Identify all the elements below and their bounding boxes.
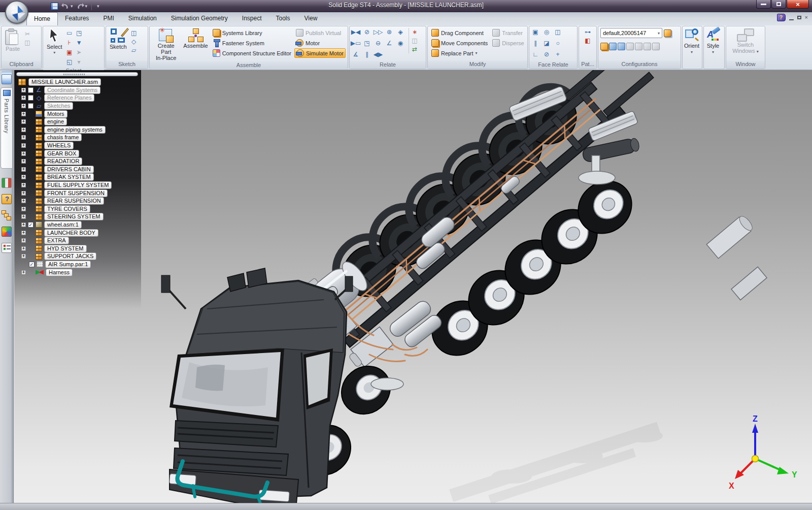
- tree-item-label[interactable]: READATIOR: [44, 157, 82, 165]
- tab-pmi[interactable]: PMI: [96, 12, 121, 25]
- select-box-icon[interactable]: ◳: [75, 29, 83, 37]
- key-icon[interactable]: [644, 43, 651, 50]
- tree-item-label[interactable]: FUEL SUPPLY SYSTEM: [44, 181, 112, 189]
- capture-fit-icon[interactable]: ◫: [411, 37, 419, 45]
- select-dropdown-icon[interactable]: ▾: [75, 58, 83, 66]
- expand-icon[interactable]: +: [21, 175, 26, 179]
- drag-component-button[interactable]: Drag Component: [430, 28, 489, 38]
- tree-item-label[interactable]: Coordinate Systems: [44, 86, 100, 94]
- systems-library-button[interactable]: Systems Library: [211, 28, 293, 38]
- center-plane-icon[interactable]: ◈: [396, 28, 404, 36]
- tab-simulation-geometry[interactable]: Simulation Geometry: [164, 12, 235, 25]
- visibility-checkbox-unchecked[interactable]: [28, 95, 33, 101]
- style-button[interactable]: A Style ▾: [704, 26, 722, 67]
- expand-icon[interactable]: +: [21, 119, 26, 124]
- expand-icon[interactable]: +: [21, 128, 26, 132]
- select-pin-icon[interactable]: ⊦: [65, 39, 74, 47]
- tree-item-label[interactable]: FRONT SUSPENSION: [44, 189, 108, 197]
- coincident-face-icon[interactable]: ▣: [531, 28, 539, 36]
- expand-icon[interactable]: +: [21, 112, 26, 116]
- coplanar-axis-icon[interactable]: +: [554, 50, 562, 58]
- select-options-icon[interactable]: ◱: [65, 58, 74, 66]
- rigid-icon[interactable]: ◀▶: [374, 50, 382, 58]
- doc-minimize-icon[interactable]: [789, 15, 794, 20]
- edit-config-icon[interactable]: [618, 43, 625, 50]
- expand-icon[interactable]: +: [21, 104, 26, 108]
- tree-item-label[interactable]: Motors: [44, 110, 67, 118]
- configuration-select[interactable]: default,20005147▾: [600, 28, 662, 38]
- selection-list-icon[interactable]: [2, 243, 12, 253]
- symmetric-face-icon[interactable]: ◫: [554, 28, 562, 36]
- expand-icon[interactable]: +: [21, 167, 26, 172]
- tree-item-label[interactable]: DRIVERS CABIN: [44, 166, 94, 173]
- redo-icon[interactable]: ▾: [76, 3, 88, 10]
- expand-icon[interactable]: +: [21, 191, 26, 196]
- assemble-button[interactable]: Assemble: [182, 28, 209, 49]
- relationship-manager-icon[interactable]: ⇄: [411, 45, 419, 53]
- disperse-button[interactable]: Disperse: [491, 38, 525, 48]
- pathfinder-scrollbar[interactable]: [16, 72, 138, 76]
- minimize-button[interactable]: [756, 0, 771, 9]
- tree-item-label[interactable]: SUPPORT JACKS: [44, 252, 96, 260]
- planar-align-icon[interactable]: ⊘: [363, 28, 371, 36]
- tab-features[interactable]: Features: [58, 12, 96, 25]
- expand-icon[interactable]: +: [21, 214, 26, 219]
- match-coordinate-icon[interactable]: ∠: [385, 39, 393, 47]
- sketch-edit-icon[interactable]: ▱: [130, 46, 138, 54]
- equal-radius-icon[interactable]: ○: [554, 39, 562, 47]
- visibility-checkbox-checked[interactable]: ✓: [29, 262, 35, 267]
- select-locate-icon[interactable]: ➤: [75, 48, 83, 56]
- mate-icon[interactable]: ▶◀: [352, 28, 360, 36]
- expand-icon[interactable]: +: [21, 207, 26, 211]
- tree-item-label[interactable]: AIR Sump.par:1: [45, 261, 91, 268]
- tree-item-label[interactable]: STEERING SYSTEM: [44, 213, 104, 220]
- connect-icon[interactable]: ▶▭: [352, 39, 360, 47]
- tree-item-label[interactable]: HYD SYSTEM: [44, 245, 87, 252]
- expand-icon[interactable]: +: [21, 246, 26, 251]
- copy-icon[interactable]: ◫: [23, 39, 31, 47]
- expand-icon[interactable]: +: [21, 95, 26, 100]
- select-frame-icon[interactable]: ▭: [65, 29, 74, 37]
- tangent-icon[interactable]: ⊖: [374, 39, 382, 47]
- simulate-motor-button[interactable]: Simulate Motor: [294, 48, 346, 58]
- tree-item-label[interactable]: TYRE COVERS: [44, 205, 90, 213]
- motor-button[interactable]: Motor: [294, 38, 346, 48]
- insert-icon[interactable]: ◳: [363, 39, 371, 47]
- sketch-plane-icon[interactable]: ◫: [130, 29, 138, 37]
- paste-button[interactable]: Paste: [4, 28, 22, 52]
- application-orb-button[interactable]: [5, 1, 28, 24]
- publish-virtual-button[interactable]: Publish Virtual: [294, 28, 346, 38]
- save-configuration-icon[interactable]: [664, 29, 671, 37]
- pathfinder-root-label[interactable]: MISSILE LAUNCHER.asm: [28, 78, 101, 86]
- close-button[interactable]: ×: [787, 0, 809, 9]
- orient-button[interactable]: Orient ▾: [683, 26, 701, 67]
- help-folder-icon[interactable]: [2, 194, 12, 204]
- cut-icon[interactable]: ✂: [23, 30, 31, 38]
- pathfinder-layers-icon[interactable]: [2, 74, 12, 84]
- expand-icon[interactable]: +: [21, 151, 26, 156]
- create-part-in-place-button[interactable]: ✳ Create Part In-Place: [152, 28, 180, 61]
- undo-icon[interactable]: ▾: [61, 3, 73, 10]
- axial-align-icon[interactable]: ▷▷: [374, 28, 382, 36]
- doc-close-icon[interactable]: ×: [805, 15, 808, 20]
- tree-item-label[interactable]: BREAK SYSTEM: [44, 173, 94, 181]
- copy-config-icon[interactable]: [626, 43, 634, 50]
- tree-item-label[interactable]: WHEELS: [44, 142, 74, 149]
- parallel-face-icon[interactable]: ∥: [531, 39, 539, 47]
- parallel-icon[interactable]: ∥: [363, 50, 371, 58]
- expand-icon[interactable]: +: [21, 222, 26, 227]
- tab-view[interactable]: View: [297, 12, 325, 25]
- expand-icon[interactable]: +: [21, 231, 26, 235]
- cam-icon[interactable]: ◉: [396, 39, 404, 47]
- component-structure-editor-button[interactable]: Component Structure Editor: [211, 48, 293, 58]
- tab-simulation[interactable]: Simulation: [121, 12, 164, 25]
- expand-icon[interactable]: +: [21, 159, 26, 164]
- mirror-icon[interactable]: ◧: [584, 37, 592, 45]
- transfer-button[interactable]: Transfer: [491, 28, 525, 38]
- pathfinder-root[interactable]: MISSILE LAUNCHER.asm: [15, 78, 141, 86]
- save-icon[interactable]: [51, 3, 58, 10]
- tangent-face-icon[interactable]: ⊘: [543, 50, 551, 58]
- visibility-checkbox-unchecked[interactable]: [28, 87, 33, 93]
- tree-item-label[interactable]: Reference Planes: [44, 94, 94, 102]
- select-button[interactable]: Select ▾: [45, 28, 64, 56]
